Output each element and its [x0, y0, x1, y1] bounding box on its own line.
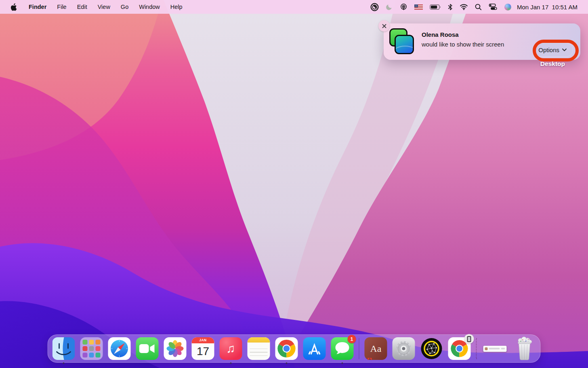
- siri-icon[interactable]: [504, 2, 511, 11]
- control-center-icon[interactable]: [489, 2, 498, 11]
- dock-calendar-icon[interactable]: JAN 17: [192, 337, 214, 360]
- dock-music-icon[interactable]: ♫: [220, 337, 242, 360]
- screen-sharing-app-icon: [389, 28, 416, 55]
- dock-separator: [359, 338, 359, 359]
- battery-icon[interactable]: [430, 2, 441, 11]
- dock-facetime-icon[interactable]: [136, 337, 159, 360]
- focus-moon-icon[interactable]: [386, 2, 393, 11]
- running-indicator: [230, 362, 232, 364]
- menu-edit[interactable]: Edit: [72, 0, 92, 14]
- calendar-month: JAN: [192, 337, 214, 343]
- running-indicator: [286, 362, 288, 364]
- menu-bar: Finder File Edit View Go Window Help: [0, 0, 588, 14]
- music-note-glyph: ♫: [226, 342, 235, 355]
- dock-separator-minimized: [476, 338, 477, 359]
- dock-finder-icon[interactable]: [52, 337, 75, 360]
- dock-chrome-icon[interactable]: [275, 337, 298, 360]
- menu-finder[interactable]: Finder: [23, 0, 52, 14]
- dictionary-bookmark: [368, 358, 372, 360]
- running-indicator: [342, 362, 343, 364]
- dock-chrome-app-icon[interactable]: [448, 337, 471, 360]
- options-button[interactable]: Options: [532, 43, 573, 57]
- screen-broadcast-icon[interactable]: [400, 2, 407, 11]
- spotlight-search-icon[interactable]: [475, 2, 482, 11]
- dictionary-glyph: Aa: [370, 343, 382, 354]
- apple-menu-icon[interactable]: [10, 3, 18, 11]
- notification-badge: 1: [348, 335, 356, 343]
- dock-messages-icon[interactable]: 1: [331, 337, 354, 360]
- dock-system-preferences-icon[interactable]: [393, 337, 415, 360]
- menu-window[interactable]: Window: [134, 0, 165, 14]
- input-source-flag-icon[interactable]: [414, 2, 423, 11]
- dock-dictionary-icon[interactable]: Aa: [365, 337, 387, 360]
- macos-desktop: Finder File Edit View Go Window Help: [0, 0, 588, 368]
- dock-trash-icon[interactable]: [513, 337, 536, 360]
- wifi-icon[interactable]: [460, 2, 468, 11]
- notification-message: would like to show their screen: [422, 41, 520, 48]
- dock: JAN 17 ♫ 1 Aa: [48, 334, 541, 363]
- device-badge-icon: [464, 334, 474, 344]
- bluetooth-icon[interactable]: [448, 2, 453, 11]
- menu-file[interactable]: File: [52, 0, 71, 14]
- menu-help[interactable]: Help: [165, 0, 188, 14]
- menu-go[interactable]: Go: [116, 0, 134, 14]
- dock-launchpad-icon[interactable]: [80, 337, 103, 360]
- dock-notes-icon[interactable]: [248, 337, 270, 360]
- dock-around-icon[interactable]: [420, 337, 443, 360]
- dock-app-store-icon[interactable]: [303, 337, 326, 360]
- screen-share-notification[interactable]: Olena Roosa would like to show their scr…: [384, 23, 580, 60]
- recording-ring-icon[interactable]: [370, 2, 379, 11]
- chevron-down-icon: [562, 49, 567, 51]
- menu-view[interactable]: View: [92, 0, 116, 14]
- menu-bar-clock[interactable]: Mon Jan 17 10:51 AM: [517, 4, 578, 11]
- desktop-annotation-label: Desktop: [540, 60, 565, 68]
- calendar-day: 17: [192, 343, 214, 360]
- dock-minimized-window[interactable]: [482, 337, 508, 360]
- notification-title: Olena Roosa: [422, 31, 520, 38]
- running-indicator: [63, 362, 65, 364]
- notification-close-button[interactable]: [378, 20, 390, 32]
- dock-photos-icon[interactable]: [164, 337, 187, 360]
- dock-safari-icon[interactable]: [108, 337, 131, 360]
